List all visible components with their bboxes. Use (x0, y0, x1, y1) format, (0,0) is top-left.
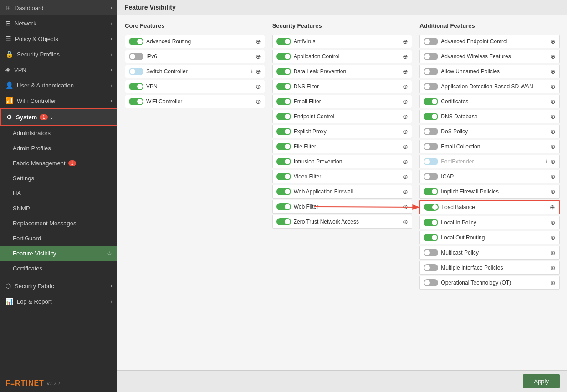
toggle-dns-database[interactable] (424, 113, 438, 120)
toggle-file-filter[interactable] (276, 143, 291, 150)
add-icon[interactable]: ⊕ (403, 173, 408, 180)
add-icon[interactable]: ⊕ (550, 204, 555, 211)
page-header: Feature Visibility (117, 0, 567, 15)
add-icon[interactable]: ⊕ (550, 173, 556, 180)
add-icon[interactable]: ⊕ (255, 53, 261, 60)
sidebar-item-snmp[interactable]: SNMP (0, 201, 117, 216)
add-icon[interactable]: ⊕ (403, 128, 408, 135)
toggle-endpoint-control[interactable] (276, 113, 291, 120)
add-icon[interactable]: ⊕ (550, 53, 556, 60)
toggle-wifi-controller[interactable] (129, 98, 143, 105)
info-icon[interactable]: ℹ (546, 159, 547, 165)
sidebar-item-system[interactable]: ⚙ System 1 ⌄ (0, 108, 117, 126)
feature-label: VPN (146, 83, 253, 90)
sidebar-item-certificates[interactable]: Certificates (0, 261, 117, 276)
add-icon[interactable]: ⊕ (550, 83, 556, 90)
add-icon[interactable]: ⊕ (550, 264, 556, 271)
add-icon[interactable]: ⊕ (403, 98, 408, 105)
add-icon[interactable]: ⊕ (403, 203, 408, 210)
toggle-waf[interactable] (276, 188, 291, 195)
toggle-multiple-interface[interactable] (424, 264, 438, 271)
sidebar-item-dashboard[interactable]: ⊞ Dashboard › (0, 0, 117, 15)
add-icon[interactable]: ⊕ (255, 68, 261, 75)
toggle-ot[interactable] (424, 279, 438, 286)
sidebar-item-policy[interactable]: ☰ Policy & Objects › (0, 31, 117, 46)
toggle-vpn[interactable] (129, 83, 143, 90)
feature-label: Load Balance (441, 204, 547, 210)
toggle-app-detection-sdwan[interactable] (424, 83, 438, 90)
add-icon[interactable]: ⊕ (403, 113, 408, 120)
add-icon[interactable]: ⊕ (255, 38, 261, 45)
add-icon[interactable]: ⊕ (550, 279, 556, 286)
toggle-icap[interactable] (424, 173, 438, 180)
sidebar-item-security-fabric[interactable]: ⬡ Security Fabric › (0, 278, 117, 294)
add-icon[interactable]: ⊕ (550, 249, 556, 256)
sidebar-item-ha[interactable]: HA (0, 186, 117, 201)
toggle-certificates[interactable] (424, 98, 438, 105)
chart-icon: 📊 (5, 298, 13, 305)
add-icon[interactable]: ⊕ (403, 218, 408, 225)
toggle-local-in-policy[interactable] (424, 219, 438, 226)
toggle-advanced-routing[interactable] (129, 38, 143, 45)
sidebar-item-administrators[interactable]: Administrators (0, 126, 117, 141)
add-icon[interactable]: ⊕ (403, 38, 408, 45)
sidebar-item-network[interactable]: ⊟ Network › (0, 15, 117, 31)
toggle-switch-controller[interactable] (129, 68, 143, 75)
sidebar-item-log-report[interactable]: 📊 Log & Report › (0, 294, 117, 309)
toggle-web-filter[interactable] (276, 203, 291, 210)
add-icon[interactable]: ⊕ (403, 158, 408, 165)
arrow-icon: › (111, 5, 112, 10)
toggle-data-leak[interactable] (276, 68, 291, 75)
feature-label: Local In Policy (441, 219, 547, 226)
add-icon[interactable]: ⊕ (550, 128, 556, 135)
toggle-ipv6[interactable] (129, 53, 143, 60)
toggle-advanced-wireless[interactable] (424, 53, 438, 60)
sidebar-item-vpn[interactable]: ◈ VPN › (0, 62, 117, 77)
sidebar-item-wifi[interactable]: 📶 WiFi Controller › (0, 93, 117, 108)
add-icon[interactable]: ⊕ (403, 68, 408, 75)
sidebar-item-security-profiles[interactable]: 🔒 Security Profiles › (0, 46, 117, 62)
toggle-local-out-routing[interactable] (424, 234, 438, 241)
add-icon[interactable]: ⊕ (550, 234, 556, 241)
toggle-advanced-endpoint[interactable] (424, 38, 438, 45)
toggle-dns-filter[interactable] (276, 83, 291, 90)
add-icon[interactable]: ⊕ (255, 83, 261, 90)
add-icon[interactable]: ⊕ (550, 113, 556, 120)
sidebar-item-admin-profiles[interactable]: Admin Profiles (0, 141, 117, 156)
toggle-dos-policy[interactable] (424, 128, 438, 135)
sidebar-item-user-auth[interactable]: 👤 User & Authentication › (0, 77, 117, 93)
sidebar-item-replacement-messages[interactable]: Replacement Messages (0, 216, 117, 231)
add-icon[interactable]: ⊕ (403, 188, 408, 195)
add-icon[interactable]: ⊕ (403, 83, 408, 90)
toggle-ztna[interactable] (276, 218, 291, 225)
sidebar-item-feature-visibility[interactable]: Feature Visibility ☆ (0, 246, 117, 261)
info-icon[interactable]: ℹ (251, 69, 253, 75)
add-icon[interactable]: ⊕ (550, 38, 556, 45)
toggle-email-collection[interactable] (424, 143, 438, 150)
toggle-application-control[interactable] (276, 53, 291, 60)
add-icon[interactable]: ⊕ (550, 158, 556, 165)
toggle-email-filter[interactable] (276, 98, 291, 105)
toggle-intrusion-prevention[interactable] (276, 158, 291, 165)
toggle-load-balance[interactable] (424, 204, 439, 211)
toggle-explicit-proxy[interactable] (276, 128, 291, 135)
add-icon[interactable]: ⊕ (550, 68, 556, 75)
toggle-multicast-policy[interactable] (424, 249, 438, 256)
toggle-allow-unnamed[interactable] (424, 68, 438, 75)
sidebar-item-fortiguard[interactable]: FortiGuard (0, 231, 117, 246)
toggle-fortiextender[interactable] (424, 158, 438, 165)
apply-button[interactable]: Apply (523, 374, 560, 388)
add-icon[interactable]: ⊕ (550, 143, 556, 150)
sidebar-item-settings[interactable]: Settings (0, 171, 117, 186)
star-icon[interactable]: ☆ (107, 250, 112, 257)
add-icon[interactable]: ⊕ (550, 219, 556, 226)
add-icon[interactable]: ⊕ (403, 143, 408, 150)
add-icon[interactable]: ⊕ (550, 98, 556, 105)
toggle-video-filter[interactable] (276, 173, 291, 180)
add-icon[interactable]: ⊕ (550, 188, 556, 195)
add-icon[interactable]: ⊕ (255, 98, 261, 105)
toggle-antivirus[interactable] (276, 38, 291, 45)
toggle-implicit-firewall[interactable] (424, 188, 438, 195)
add-icon[interactable]: ⊕ (403, 53, 408, 60)
sidebar-item-fabric-management[interactable]: Fabric Management 1 (0, 156, 117, 171)
